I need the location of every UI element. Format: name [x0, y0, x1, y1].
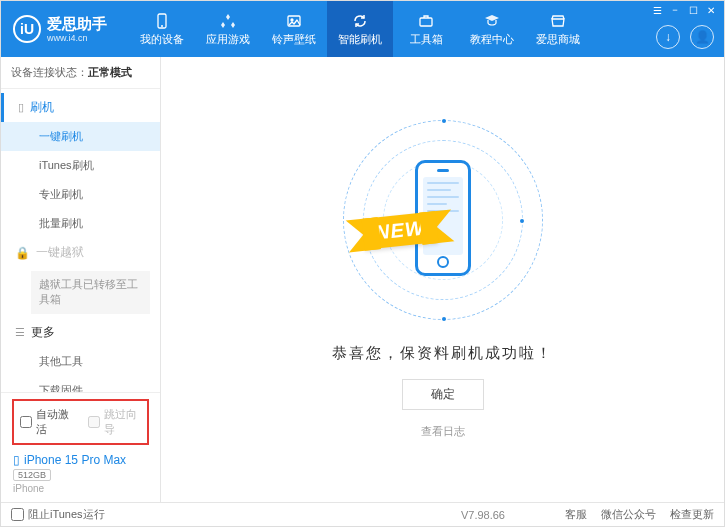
sidebar-tree: ▯ 刷机 一键刷机 iTunes刷机 专业刷机 批量刷机 🔒 一键越狱 越狱工具… [1, 89, 160, 392]
sidebar-item-oneclick-flash[interactable]: 一键刷机 [1, 122, 160, 151]
view-log-link[interactable]: 查看日志 [421, 424, 465, 439]
nav-my-device[interactable]: 我的设备 [129, 1, 195, 57]
graduation-icon [483, 12, 501, 30]
nav-label: 应用游戏 [206, 32, 250, 47]
download-icon[interactable]: ↓ [656, 25, 680, 49]
user-icon[interactable]: 👤 [690, 25, 714, 49]
sidebar: 设备连接状态：正常模式 ▯ 刷机 一键刷机 iTunes刷机 专业刷机 批量刷机… [1, 57, 161, 502]
skip-guide-checkbox[interactable]: 跳过向导 [88, 407, 142, 437]
menu-icon[interactable]: ☰ [650, 3, 664, 17]
device-name: iPhone 15 Pro Max [24, 453, 126, 467]
sidebar-item-itunes-flash[interactable]: iTunes刷机 [1, 151, 160, 180]
nav-label: 铃声壁纸 [272, 32, 316, 47]
app-header: iU 爱思助手 www.i4.cn 我的设备 应用游戏 铃声壁纸 智能刷机 工具… [1, 1, 724, 57]
group-flash[interactable]: ▯ 刷机 [1, 93, 160, 122]
lock-icon: 🔒 [15, 246, 30, 260]
apps-icon [219, 12, 237, 30]
list-icon: ☰ [15, 326, 25, 339]
auto-activate-checkbox[interactable]: 自动激活 [20, 407, 74, 437]
ok-button[interactable]: 确定 [402, 379, 484, 410]
device-phone-icon: ▯ [13, 453, 20, 467]
sidebar-item-batch-flash[interactable]: 批量刷机 [1, 209, 160, 238]
close-icon[interactable]: ✕ [704, 3, 718, 17]
logo-area[interactable]: iU 爱思助手 www.i4.cn [1, 15, 119, 44]
group-more[interactable]: ☰ 更多 [1, 318, 160, 347]
highlight-box: 自动激活 跳过向导 [12, 399, 149, 445]
block-itunes-checkbox[interactable]: 阻止iTunes运行 [11, 507, 105, 522]
jailbreak-moved-note[interactable]: 越狱工具已转移至工具箱 [31, 271, 150, 314]
refresh-icon [351, 12, 369, 30]
new-banner: NEW [361, 211, 438, 250]
nav-flash[interactable]: 智能刷机 [327, 1, 393, 57]
maximize-icon[interactable]: ☐ [686, 3, 700, 17]
minimize-icon[interactable]: － [668, 3, 682, 17]
window-controls: ☰ － ☐ ✕ [650, 3, 718, 17]
nav-store[interactable]: 爱思商城 [525, 1, 591, 57]
nav-label: 爱思商城 [536, 32, 580, 47]
main-nav: 我的设备 应用游戏 铃声壁纸 智能刷机 工具箱 教程中心 爱思商城 [129, 1, 591, 57]
footer-support-link[interactable]: 客服 [565, 507, 587, 522]
nav-label: 智能刷机 [338, 32, 382, 47]
image-icon [285, 12, 303, 30]
sidebar-item-download-firmware[interactable]: 下载固件 [1, 376, 160, 392]
header-actions: ↓ 👤 [656, 25, 714, 49]
device-info[interactable]: ▯ iPhone 15 Pro Max 512GB iPhone [9, 451, 152, 496]
success-message: 恭喜您，保资料刷机成功啦！ [332, 344, 553, 363]
footer-wechat-link[interactable]: 微信公众号 [601, 507, 656, 522]
nav-ringtones[interactable]: 铃声壁纸 [261, 1, 327, 57]
nav-toolbox[interactable]: 工具箱 [393, 1, 459, 57]
logo-icon: iU [13, 15, 41, 43]
nav-label: 工具箱 [410, 32, 443, 47]
nav-label: 教程中心 [470, 32, 514, 47]
version-label: V7.98.66 [461, 509, 505, 521]
app-title: 爱思助手 [47, 15, 107, 33]
briefcase-icon [417, 12, 435, 30]
success-illustration: NEW [343, 120, 543, 320]
footer: 阻止iTunes运行 V7.98.66 客服 微信公众号 检查更新 [1, 502, 724, 526]
device-storage: 512GB [13, 469, 51, 481]
sidebar-item-other-tools[interactable]: 其他工具 [1, 347, 160, 376]
nav-label: 我的设备 [140, 32, 184, 47]
main-content: NEW 恭喜您，保资料刷机成功啦！ 确定 查看日志 [161, 57, 724, 502]
group-jailbreak: 🔒 一键越狱 [1, 238, 160, 267]
phone-icon [153, 12, 171, 30]
svg-rect-4 [420, 18, 432, 26]
nav-tutorials[interactable]: 教程中心 [459, 1, 525, 57]
nav-apps[interactable]: 应用游戏 [195, 1, 261, 57]
sidebar-item-pro-flash[interactable]: 专业刷机 [1, 180, 160, 209]
svg-point-3 [291, 19, 293, 21]
phone-small-icon: ▯ [18, 101, 24, 114]
footer-update-link[interactable]: 检查更新 [670, 507, 714, 522]
device-type: iPhone [13, 483, 148, 494]
connection-status: 设备连接状态：正常模式 [1, 57, 160, 89]
app-subtitle: www.i4.cn [47, 33, 107, 44]
store-icon [549, 12, 567, 30]
